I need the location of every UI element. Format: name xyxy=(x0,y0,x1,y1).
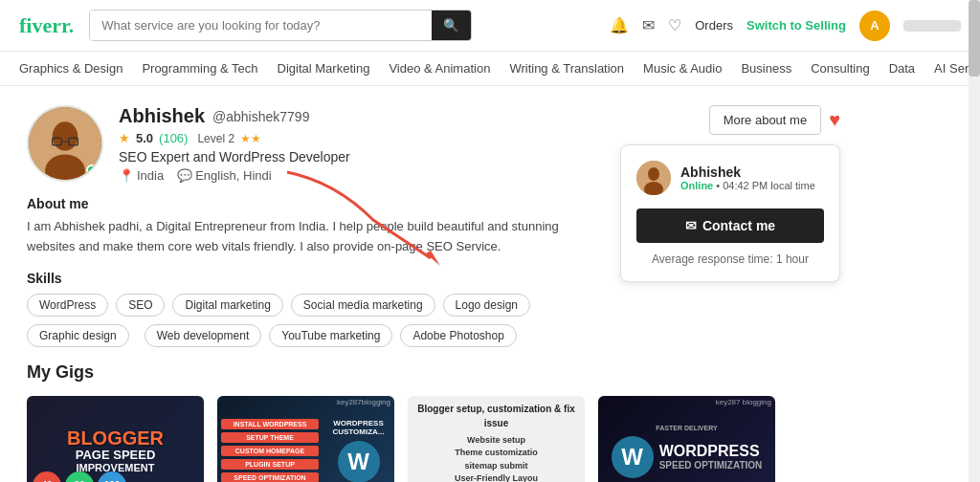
skill-tag[interactable]: Web development xyxy=(145,324,262,347)
skill-tag[interactable]: WordPress xyxy=(27,294,108,317)
scrollbar[interactable] xyxy=(969,0,980,482)
username-placeholder xyxy=(903,20,961,32)
profile-name: Abhishek xyxy=(119,105,205,127)
search-button[interactable]: 🔍 xyxy=(432,11,471,40)
gig-card-4[interactable]: key287 blogging FASTER DELIVERY W WORDPR… xyxy=(598,396,775,482)
switch-selling-link[interactable]: Switch to Selling xyxy=(746,18,846,33)
nav-programming-tech[interactable]: Programming & Tech xyxy=(142,61,257,76)
search-input[interactable] xyxy=(90,11,432,40)
skill-tag[interactable]: Graphic design xyxy=(27,324,129,347)
svg-point-7 xyxy=(648,167,659,181)
contact-me-button[interactable]: ✉ Contact me xyxy=(636,208,824,243)
profile-info: Abhishek @abhishek7799 ★ 5.0 (106) Level… xyxy=(119,105,350,183)
profile-area: Abhishek @abhishek7799 ★ 5.0 (106) Level… xyxy=(27,105,953,347)
location-icon: 📍 xyxy=(119,168,134,183)
rating-count[interactable]: (106) xyxy=(159,131,188,145)
gigs-grid: BLOGGER PAGE SPEED IMPROVEMENT 49 86 100… xyxy=(27,396,953,482)
gigs-title: My Gigs xyxy=(27,362,953,383)
nav-data[interactable]: Data xyxy=(889,61,915,76)
badge-86: 86 xyxy=(65,471,94,482)
heart-icon[interactable]: ♡ xyxy=(668,16,681,34)
gig-thumbnail-3: Blogger setup, customization & fix issue… xyxy=(408,396,585,482)
main-content: Abhishek @abhishek7799 ★ 5.0 (106) Level… xyxy=(0,86,980,482)
level-label: Level 2 xyxy=(197,132,234,145)
contact-time: • 04:42 PM local time xyxy=(716,180,815,191)
contact-avatar xyxy=(636,161,671,195)
gig-card-1[interactable]: BLOGGER PAGE SPEED IMPROVEMENT 49 86 100… xyxy=(27,396,204,482)
skill-tag[interactable]: Adobe Photoshop xyxy=(400,324,516,347)
gig-card-3[interactable]: Blogger setup, customization & fix issue… xyxy=(408,396,585,482)
badge-49: 49 xyxy=(33,471,61,482)
nav-graphics-design[interactable]: Graphics & Design xyxy=(19,61,122,76)
profile-left: Abhishek @abhishek7799 ★ 5.0 (106) Level… xyxy=(27,105,601,347)
header-right: 🔔 ✉ ♡ Orders Switch to Selling A xyxy=(610,11,961,41)
header: fiverr. 🔍 🔔 ✉ ♡ Orders Switch to Selling… xyxy=(0,0,980,52)
profile-meta: 📍 India 💬 English, Hindi xyxy=(119,168,350,183)
svg-point-1 xyxy=(53,121,78,150)
gig-thumbnail-4: key287 blogging FASTER DELIVERY W WORDPR… xyxy=(598,396,775,482)
search-bar: 🔍 xyxy=(89,10,472,41)
skill-tag[interactable]: SEO xyxy=(116,294,165,317)
profile-title: SEO Expert and WordPress Developer xyxy=(119,149,350,164)
badge-icon: ★★ xyxy=(240,132,261,145)
orders-link[interactable]: Orders xyxy=(695,18,733,33)
badge-100: 100 xyxy=(98,471,126,482)
contact-status: Online • 04:42 PM local time xyxy=(680,180,815,191)
contact-name: Abhishek xyxy=(680,164,815,180)
profile-avatar xyxy=(27,105,103,182)
about-section: About me I am Abhishek padhi, a Digital … xyxy=(27,196,601,257)
profile-header-row: Abhishek @abhishek7799 ★ 5.0 (106) Level… xyxy=(27,105,601,183)
languages-meta: 💬 English, Hindi xyxy=(177,168,272,183)
favorite-button[interactable]: ♥ xyxy=(829,105,840,135)
stars-icon: ★ xyxy=(119,131,130,145)
gig-thumbnail-1: BLOGGER PAGE SPEED IMPROVEMENT 49 86 100 xyxy=(27,396,204,482)
contact-card: Abhishek Online • 04:42 PM local time ✉ … xyxy=(620,144,840,282)
nav-writing-translation[interactable]: Writing & Translation xyxy=(509,61,624,76)
skill-tag[interactable]: Social media marketing xyxy=(291,294,435,317)
skills-tags: WordPress SEO Digital marketing Social m… xyxy=(27,294,601,347)
gig-thumbnail-2: key287blogging INSTALL WORDPRESS SETUP T… xyxy=(217,396,394,482)
notification-icon[interactable]: 🔔 xyxy=(610,16,629,34)
skill-tag[interactable]: Logo design xyxy=(443,294,530,317)
avatar[interactable]: A xyxy=(859,11,890,41)
gigs-section: My Gigs BLOGGER PAGE SPEED IMPROVEMENT 4… xyxy=(27,362,953,482)
skill-tag[interactable]: Digital marketing xyxy=(172,294,282,317)
chat-icon: 💬 xyxy=(177,168,192,183)
rating-row: ★ 5.0 (106) Level 2 ★★ xyxy=(119,131,350,145)
message-icon[interactable]: ✉ xyxy=(642,16,655,34)
more-about-button[interactable]: More about me xyxy=(709,105,821,135)
main-nav: Graphics & Design Programming & Tech Dig… xyxy=(0,52,980,86)
response-time: Average response time: 1 hour xyxy=(636,252,824,266)
gig-card-2[interactable]: key287blogging INSTALL WORDPRESS SETUP T… xyxy=(217,396,394,482)
rating-value: 5.0 xyxy=(136,131,153,145)
nav-video-animation[interactable]: Video & Animation xyxy=(389,61,490,76)
about-title: About me xyxy=(27,196,601,211)
nav-digital-marketing[interactable]: Digital Marketing xyxy=(278,61,370,76)
profile-handle: @abhishek7799 xyxy=(212,109,309,124)
contact-card-header: Abhishek Online • 04:42 PM local time xyxy=(636,161,824,195)
about-text: I am Abhishek padhi, a Digital Entrepren… xyxy=(27,217,601,257)
country-meta: 📍 India xyxy=(119,168,164,183)
nav-business[interactable]: Business xyxy=(741,61,791,76)
search-icon: 🔍 xyxy=(443,18,459,33)
nav-music-audio[interactable]: Music & Audio xyxy=(643,61,722,76)
profile-right: More about me ♥ Abhishek xyxy=(620,105,840,347)
nav-consulting[interactable]: Consulting xyxy=(811,61,869,76)
logo[interactable]: fiverr. xyxy=(19,13,74,38)
scrollbar-thumb[interactable] xyxy=(969,0,980,77)
online-dot xyxy=(86,164,98,176)
skill-tag[interactable]: YouTube marketing xyxy=(269,324,392,347)
skills-section: Skills WordPress SEO Digital marketing S… xyxy=(27,271,601,347)
skills-title: Skills xyxy=(27,271,601,286)
message-send-icon: ✉ xyxy=(685,218,697,233)
